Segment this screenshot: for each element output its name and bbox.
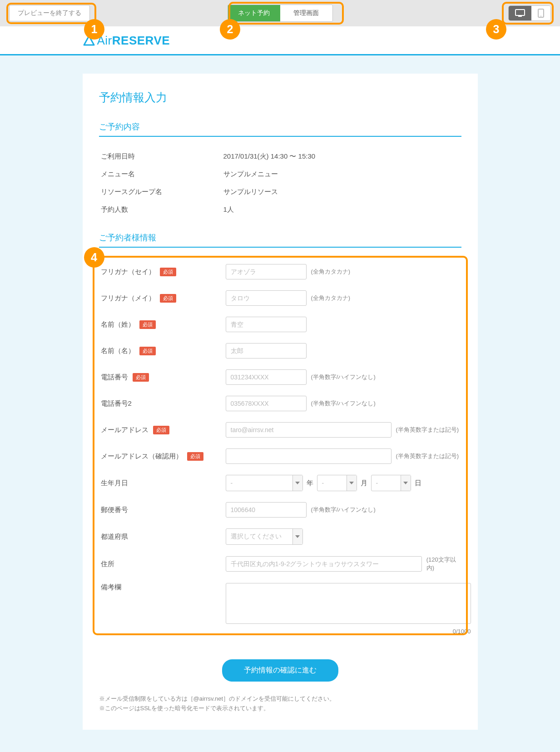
desktop-icon [515, 9, 525, 17]
badge-3: 3 [486, 19, 506, 40]
address-input[interactable] [226, 556, 422, 572]
tel1-label: 電話番号 [101, 373, 128, 382]
summary-datetime-value: 2017/01/31(火) 14:30 〜 15:30 [223, 152, 316, 161]
badge-2: 2 [220, 19, 240, 40]
name-mei-input[interactable] [226, 343, 307, 359]
email-confirm-hint: (半角英数字または記号) [396, 452, 459, 460]
postal-hint: (半角数字/ハイフンなし) [311, 506, 376, 514]
dob-day-suffix: 日 [415, 479, 421, 488]
tel2-hint: (半角数字/ハイフンなし) [311, 399, 376, 408]
tel1-hint: (半角数字/ハイフンなし) [311, 373, 376, 381]
customer-form: 4 フリガナ（セイ）必須 (全角カタカナ) フリガナ（メイ）必須 (全角カタカナ… [99, 259, 461, 640]
required-badge: 必須 [139, 347, 156, 355]
dob-label: 生年月日 [101, 479, 128, 488]
svg-point-3 [540, 16, 541, 17]
postal-input[interactable] [226, 502, 307, 518]
reservation-summary-title: ご予約内容 [99, 121, 461, 137]
dob-day-select[interactable]: - [371, 475, 411, 491]
tab-net-reservation[interactable]: ネット予約 [228, 5, 280, 21]
furigana-sei-hint: (全角カタカナ) [311, 268, 351, 276]
email-label: メールアドレス [101, 426, 149, 434]
summary-resource-value: サンプルリソース [223, 188, 278, 196]
chevron-down-icon [295, 535, 300, 538]
customer-info-title: ご予約者様情報 [99, 232, 461, 248]
tel2-input[interactable] [226, 396, 307, 411]
email-confirm-input[interactable] [226, 448, 392, 464]
chevron-down-icon [403, 482, 408, 484]
remarks-textarea[interactable] [226, 583, 471, 624]
name-mei-label: 名前（名） [101, 347, 135, 355]
postal-label: 郵便番号 [101, 506, 128, 514]
tel1-input[interactable] [226, 369, 307, 385]
name-sei-label: 名前（姓） [101, 320, 135, 329]
summary-menu-label: メニュー名 [101, 170, 223, 179]
furigana-sei-input[interactable] [226, 264, 307, 279]
address-label: 住所 [101, 560, 114, 568]
svg-rect-0 [515, 10, 525, 15]
svg-rect-1 [518, 16, 522, 17]
viewport-toggle [508, 5, 551, 21]
email-confirm-label: メールアドレス（確認用） [101, 452, 183, 461]
pref-label: 都道府県 [101, 533, 128, 541]
footer-notes: ※メール受信制限をしている方は［@airrsv.net］のドメインを受信可能にし… [99, 694, 461, 713]
confirm-button[interactable]: 予約情報の確認に進む [222, 659, 338, 682]
email-hint: (半角英数字または記号) [396, 426, 459, 434]
name-sei-input[interactable] [226, 317, 307, 332]
required-badge: 必須 [153, 426, 169, 434]
summary-datetime-label: ご利用日時 [101, 152, 223, 161]
email-input[interactable] [226, 422, 392, 438]
brand-logo: AirRESERVE [83, 34, 478, 48]
chevron-down-icon [349, 482, 354, 484]
dob-month-suffix: 月 [361, 479, 367, 488]
mode-tabs: ネット予約 管理画面 [228, 5, 333, 22]
tab-admin[interactable]: 管理画面 [280, 5, 332, 21]
address-hint: (120文字以内) [426, 556, 460, 572]
required-badge: 必須 [187, 452, 203, 461]
summary-resource-label: リソースグループ名 [101, 188, 223, 196]
remarks-label: 備考欄 [101, 583, 121, 592]
summary-count-value: 1人 [223, 205, 234, 214]
required-badge: 必須 [139, 320, 156, 329]
chevron-down-icon [295, 482, 300, 484]
required-badge: 必須 [160, 268, 176, 276]
note-line-1: ※メール受信制限をしている方は［@airrsv.net］のドメインを受信可能にし… [99, 694, 461, 704]
badge-4: 4 [84, 247, 104, 268]
pref-select[interactable]: 選択してください [226, 528, 303, 545]
note-line-2: ※このページはSSLを使った暗号化モードで表示されています。 [99, 704, 461, 713]
furigana-sei-label: フリガナ（セイ） [101, 268, 155, 276]
remarks-char-count: 0/1000 [226, 628, 471, 635]
logo-text-reserve: RESERVE [112, 34, 170, 47]
furigana-mei-label: フリガナ（メイ） [101, 294, 155, 303]
desktop-view-button[interactable] [509, 6, 531, 20]
form-card: 予約情報入力 ご予約内容 ご利用日時2017/01/31(火) 14:30 〜 … [83, 74, 478, 730]
mobile-icon [538, 9, 544, 18]
required-badge: 必須 [133, 373, 149, 382]
furigana-mei-hint: (全角カタカナ) [311, 294, 351, 302]
tel2-label: 電話番号2 [101, 399, 132, 408]
preview-topbar: プレビューを終了する ネット予約 管理画面 [0, 0, 560, 26]
required-badge: 必須 [160, 294, 176, 303]
mobile-view-button[interactable] [531, 6, 550, 20]
page-title: 予約情報入力 [99, 90, 461, 105]
summary-menu-value: サンプルメニュー [223, 170, 278, 179]
dob-year-select[interactable]: - [226, 475, 303, 491]
summary-count-label: 予約人数 [101, 205, 223, 214]
reservation-summary: ご利用日時2017/01/31(火) 14:30 〜 15:30 メニュー名サン… [99, 148, 461, 219]
dob-year-suffix: 年 [307, 479, 313, 488]
end-preview-button[interactable]: プレビューを終了する [9, 5, 90, 21]
dob-month-select[interactable]: - [317, 475, 357, 491]
badge-1: 1 [84, 19, 104, 40]
furigana-mei-input[interactable] [226, 290, 307, 306]
